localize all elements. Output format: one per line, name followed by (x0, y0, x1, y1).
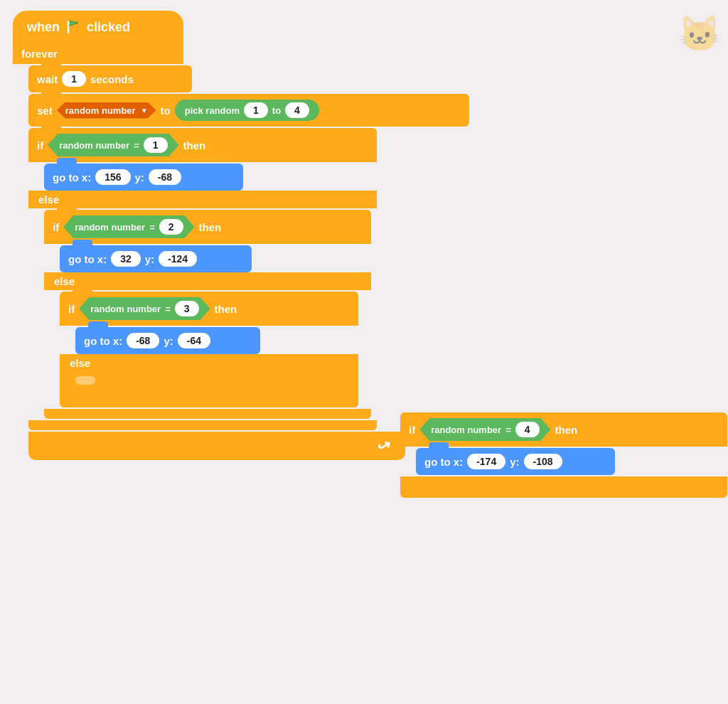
dropdown-arrow: ▼ (141, 107, 148, 114)
det-val[interactable]: 4 (515, 422, 540, 437)
goto3-y[interactable]: -64 (178, 333, 210, 348)
clicked-label: clicked (87, 20, 130, 35)
wait-value[interactable]: 1 (62, 71, 86, 87)
goto1-y-label: y: (135, 171, 144, 183)
if1-eq: = (134, 140, 139, 151)
if2-condition[interactable]: random number = 2 (63, 215, 194, 238)
if1-then: then (183, 139, 206, 151)
detached-if4-block[interactable]: if random number = 4 then go to x: -174 … (400, 412, 727, 498)
goto1-block[interactable]: go to x: 156 y: -68 (28, 164, 469, 191)
hat-block[interactable]: when clicked (13, 11, 469, 43)
det-goto-block[interactable]: go to x: -174 y: -108 (400, 448, 727, 475)
if2-eq: = (149, 222, 155, 233)
goto2-y[interactable]: -124 (159, 251, 197, 267)
set-block[interactable]: set random number ▼ to pick random 1 to … (13, 94, 469, 127)
program-stack: when clicked forever wait (13, 11, 469, 460)
if3-then: then (215, 303, 237, 315)
set-to-label: to (161, 105, 171, 117)
if1-block[interactable]: if random number = 1 then go to x: 156 y… (13, 128, 469, 430)
if3-condition[interactable]: random number = 3 (79, 297, 210, 320)
if3-cap (60, 398, 358, 407)
det-if-label: if (409, 424, 415, 436)
pick-random-block[interactable]: pick random 1 to 4 (175, 100, 319, 121)
if2-label: if (53, 221, 59, 233)
goto1-y[interactable]: -68 (149, 169, 181, 185)
flag-icon (65, 19, 81, 35)
else1-label: else (28, 191, 377, 208)
det-y[interactable]: -108 (524, 454, 562, 469)
if1-val[interactable]: 1 (144, 137, 168, 153)
forever-block[interactable]: forever (13, 43, 469, 64)
goto3-y-label: y: (164, 335, 173, 347)
repeat-arrow-icon: ↩ (375, 434, 395, 457)
goto3-x[interactable]: -68 (127, 333, 159, 348)
pick-to-label: to (272, 105, 281, 116)
det-x[interactable]: -174 (467, 454, 505, 469)
if3-var: random number (90, 304, 161, 314)
set-variable[interactable]: random number ▼ (57, 102, 156, 119)
if1-label: if (37, 139, 43, 151)
forever-label: forever (21, 48, 58, 60)
wait-block[interactable]: wait 1 seconds (13, 65, 469, 92)
if2-cap (44, 409, 371, 419)
pick-from-val[interactable]: 1 (244, 102, 268, 118)
pick-to-val[interactable]: 4 (285, 102, 309, 118)
if3-block[interactable]: if random number = 3 then go to x: (44, 292, 469, 407)
det-cap (400, 476, 727, 498)
goto1-x[interactable]: 156 (95, 169, 130, 185)
det-y-label: y: (510, 456, 519, 468)
goto2-label: go to x: (68, 253, 107, 265)
when-label: when (27, 20, 60, 35)
if3-val[interactable]: 3 (175, 301, 199, 316)
wait-unit: seconds (90, 73, 134, 85)
goto2-x[interactable]: 32 (111, 251, 141, 267)
if2-then: then (199, 221, 222, 233)
if1-cap (28, 420, 377, 430)
wait-label: wait (37, 73, 58, 85)
if2-var: random number (75, 222, 145, 233)
goto3-block[interactable]: go to x: -68 y: -64 (60, 327, 469, 354)
scratch-canvas: 🐱 when clicked forever (0, 0, 728, 704)
else3-body (60, 372, 358, 398)
goto2-block[interactable]: go to x: 32 y: -124 (44, 245, 469, 272)
else3-label: else (60, 354, 358, 372)
pick-random-label: pick random (185, 105, 240, 116)
svg-marker-0 (68, 21, 78, 33)
set-label: set (37, 105, 53, 117)
if3-label: if (68, 303, 75, 315)
else2-label: else (44, 272, 371, 290)
det-var: random number (431, 425, 501, 435)
if2-block[interactable]: if random number = 2 then go to x: 32 y: (28, 210, 469, 419)
goto3-label: go to x: (84, 335, 122, 347)
if2-val[interactable]: 2 (159, 219, 183, 235)
sprite-icon: 🐱 (678, 14, 721, 54)
goto1-label: go to x: (53, 171, 91, 183)
if3-eq: = (165, 304, 171, 314)
det-goto-label: go to x: (424, 456, 463, 468)
if1-var: random number (59, 140, 129, 151)
if1-condition[interactable]: random number = 1 (48, 134, 178, 156)
goto2-y-label: y: (145, 253, 154, 265)
det-condition[interactable]: random number = 4 (419, 418, 550, 441)
det-then: then (555, 424, 578, 436)
det-eq: = (505, 425, 511, 435)
